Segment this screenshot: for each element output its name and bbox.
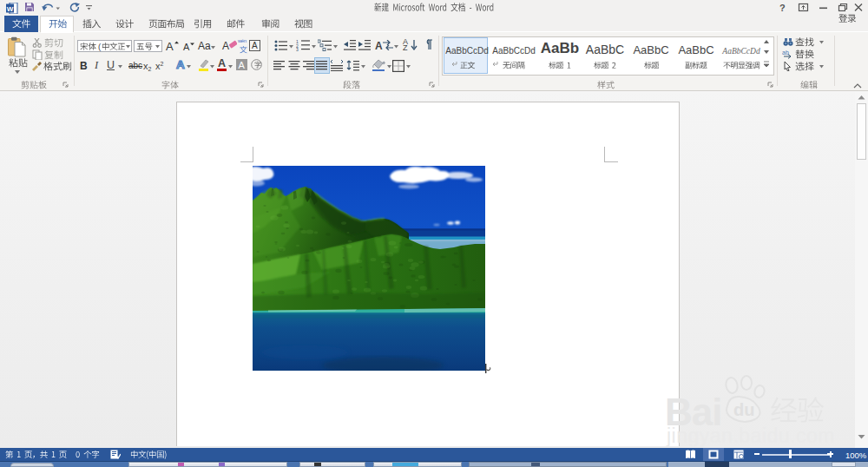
svg-text:?: ? xyxy=(779,3,786,13)
svg-text:W: W xyxy=(7,5,14,13)
svg-text:ab: ab xyxy=(782,49,789,56)
svg-text:du: du xyxy=(733,400,754,419)
svg-text:3: 3 xyxy=(296,47,299,51)
